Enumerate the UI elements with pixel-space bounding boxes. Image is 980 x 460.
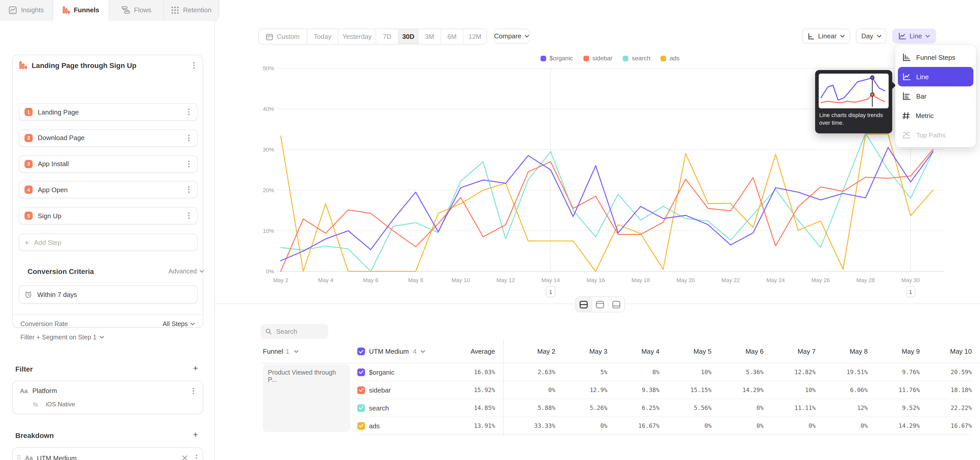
range-label: 30D [402, 33, 414, 40]
range-3m[interactable]: 3M [418, 29, 441, 44]
interval-dropdown[interactable]: Day [856, 29, 886, 43]
row-checkbox[interactable] [357, 386, 365, 394]
legend-item-organic[interactable]: $organic [540, 55, 573, 62]
drag-handle-icon[interactable] [17, 455, 21, 460]
remove-breakdown-icon[interactable] [182, 455, 187, 460]
search-input[interactable] [275, 327, 323, 336]
funnel-step-2[interactable]: 2Download Page [19, 129, 197, 147]
conversion-window[interactable]: Within 7 days [19, 285, 197, 303]
top-paths-icon [902, 131, 911, 139]
flows-icon [121, 6, 130, 14]
step-label: Sign Up [38, 212, 62, 219]
series-name: ads [369, 422, 380, 430]
day-value: 5.26% [555, 404, 608, 411]
svg-text:May 26: May 26 [811, 277, 830, 283]
filter-value[interactable]: iOS Native [46, 401, 75, 408]
funnel-step-1[interactable]: 1Landing Page [19, 103, 197, 121]
row-checkbox[interactable] [357, 404, 365, 412]
chart-view-button[interactable] [592, 297, 608, 312]
tab-label: Funnels [74, 6, 99, 14]
svg-text:May 4: May 4 [318, 277, 333, 283]
range-today[interactable]: Today [307, 29, 339, 44]
series-line-organic [281, 147, 933, 261]
day-value: 10% [764, 387, 816, 394]
add-breakdown-button[interactable]: + [193, 431, 198, 439]
breakdown-kebab-icon[interactable] [193, 454, 200, 460]
range-yesterday[interactable]: Yesterday [339, 29, 376, 44]
range-label: 6M [447, 33, 457, 40]
row-checkbox[interactable] [357, 368, 365, 376]
menu-item-funnel-steps[interactable]: Funnel Steps [898, 48, 974, 67]
legend-label: search [632, 55, 650, 62]
menu-item-metric[interactable]: Metric [898, 106, 974, 125]
funnel-column-header[interactable]: Funnel 1 [260, 348, 357, 355]
step-kebab-icon[interactable] [186, 109, 192, 115]
row-checkbox[interactable] [357, 422, 365, 430]
funnel-step-4[interactable]: 4App Open [19, 181, 197, 198]
filter-kebab-icon[interactable] [190, 387, 197, 395]
tab-funnels[interactable]: Funnels [53, 0, 109, 20]
day-value: 14.29% [711, 387, 764, 394]
tab-retention[interactable]: Retention [164, 0, 219, 20]
range-6m[interactable]: 6M [441, 29, 463, 44]
legend-swatch [660, 56, 666, 61]
select-all-checkbox[interactable] [357, 348, 365, 355]
add-step-button[interactable]: +Add Step [19, 233, 197, 251]
advanced-dropdown[interactable]: Advanced [169, 268, 204, 275]
clock-icon [24, 291, 32, 298]
day-column-header[interactable]: May 3 [555, 348, 608, 355]
chart-type-dropdown[interactable]: Line [892, 29, 936, 43]
table-view-button[interactable] [608, 297, 624, 312]
day-column-header[interactable]: May 5 [659, 348, 711, 355]
day-value: 9.38% [608, 387, 659, 394]
day-column-header[interactable]: May 10 [920, 348, 972, 355]
query-builder-sidebar: Metric Landing Page through Sign Up 1Lan… [0, 20, 215, 460]
funnel-name-cell[interactable]: Product Viewed through P... [263, 364, 350, 432]
add-filter-button[interactable]: + [193, 365, 198, 372]
day-column-header[interactable]: May 8 [816, 348, 868, 355]
svg-text:1: 1 [909, 289, 912, 295]
legend-item-ads[interactable]: ads [660, 55, 679, 62]
table-search [260, 324, 328, 339]
day-column-header[interactable]: May 9 [868, 348, 920, 355]
average-value: 13.91% [438, 422, 495, 429]
range-30d[interactable]: 30D [399, 29, 418, 44]
plus-icon: + [24, 238, 29, 247]
funnel-step-5[interactable]: 5Sign Up [19, 207, 197, 224]
day-column-header[interactable]: May 4 [608, 348, 659, 355]
chevron-down-icon [190, 323, 195, 326]
menu-item-line[interactable]: Line [898, 67, 974, 86]
day-value: 16.67% [608, 422, 659, 429]
legend-item-search[interactable]: search [623, 55, 650, 62]
svg-text:May 22: May 22 [721, 277, 740, 283]
breakdown-column-header[interactable]: UTM Medium 4 [357, 348, 438, 355]
step-kebab-icon[interactable] [186, 134, 192, 142]
day-value: 11.76% [868, 387, 920, 394]
tab-insights[interactable]: Insights [0, 0, 53, 20]
funnel-kebab-icon[interactable] [191, 62, 197, 69]
average-column-header[interactable]: Average [438, 348, 495, 355]
conversion-rate-dropdown[interactable]: All Steps [162, 321, 195, 327]
day-column-header[interactable]: May 2 [503, 348, 555, 355]
menu-item-bar[interactable]: Bar [898, 86, 974, 106]
scale-dropdown[interactable]: Linear [802, 29, 850, 43]
tab-flows[interactable]: Flows [109, 0, 164, 20]
filter-segment-dropdown[interactable]: Filter + Segment on Step 1 [21, 334, 104, 341]
step-kebab-icon[interactable] [186, 212, 192, 219]
range-12m[interactable]: 12M [463, 29, 487, 44]
range-7d[interactable]: 7D [376, 29, 399, 44]
legend-item-sidebar[interactable]: sidebar [583, 55, 612, 62]
step-kebab-icon[interactable] [186, 160, 192, 168]
day-column-header[interactable]: May 6 [711, 348, 764, 355]
svg-text:May 16: May 16 [587, 277, 605, 283]
retention-icon [171, 6, 179, 14]
compare-button[interactable]: Compare [493, 29, 530, 43]
step-kebab-icon[interactable] [186, 186, 192, 193]
metric-icon [902, 112, 910, 119]
menu-item-label: Bar [916, 92, 926, 100]
funnel-step-3[interactable]: 3App Install [19, 155, 197, 172]
series-line-ads [281, 134, 933, 272]
split-view-button[interactable] [576, 297, 592, 312]
range-custom[interactable]: Custom [259, 29, 307, 44]
day-column-header[interactable]: May 7 [764, 348, 816, 355]
